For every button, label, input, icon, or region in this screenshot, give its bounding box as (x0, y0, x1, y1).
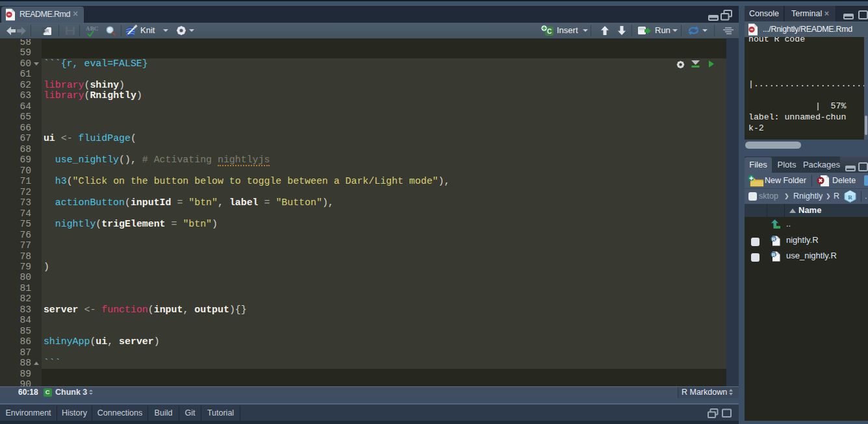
svg-text:R: R (772, 236, 776, 242)
svg-text:C: C (547, 28, 552, 35)
svg-text:R: R (772, 252, 776, 258)
svg-text:R: R (848, 194, 852, 201)
